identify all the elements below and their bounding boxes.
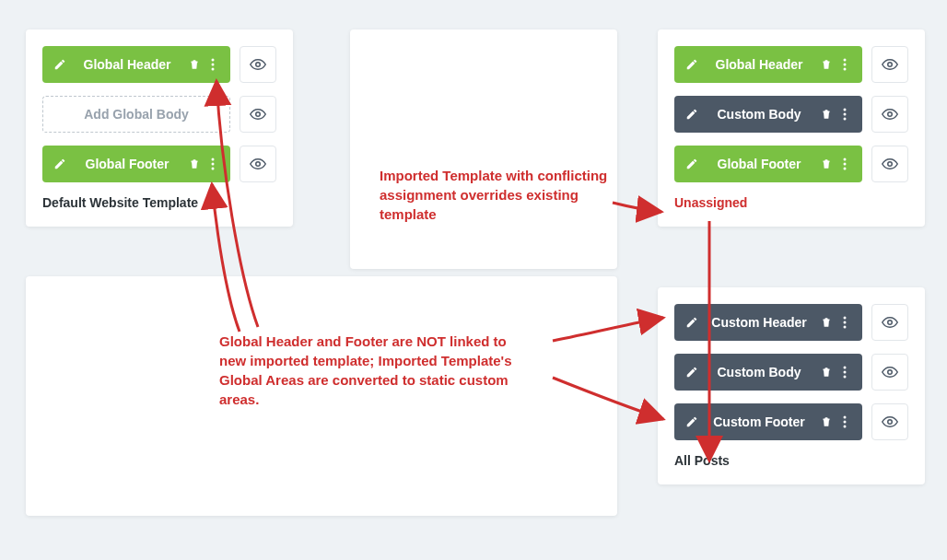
dots-icon[interactable] xyxy=(205,158,221,170)
template-row: Global Header xyxy=(674,46,908,83)
pill-label: Global Header xyxy=(700,57,818,72)
svg-point-17 xyxy=(844,158,847,161)
custom-header-pill[interactable]: Custom Header xyxy=(674,304,862,341)
visibility-toggle[interactable] xyxy=(871,146,908,182)
svg-point-9 xyxy=(844,59,847,62)
trash-icon[interactable] xyxy=(818,366,835,379)
pencil-icon xyxy=(52,158,68,170)
svg-point-5 xyxy=(212,158,215,161)
svg-point-0 xyxy=(212,59,215,62)
svg-point-29 xyxy=(844,416,847,419)
global-footer-pill[interactable]: Global Footer xyxy=(674,146,862,182)
pill-label: Custom Header xyxy=(700,315,818,330)
svg-point-16 xyxy=(888,112,893,117)
svg-point-27 xyxy=(844,376,847,379)
svg-point-31 xyxy=(844,426,847,428)
svg-point-1 xyxy=(212,64,215,66)
svg-point-7 xyxy=(212,168,215,170)
svg-point-30 xyxy=(844,421,847,424)
template-title: All Posts xyxy=(674,453,908,468)
svg-point-23 xyxy=(844,326,847,329)
trash-icon[interactable] xyxy=(818,108,835,121)
template-row: Custom Header xyxy=(674,304,908,341)
add-global-body-pill[interactable]: Add Global Body xyxy=(42,96,230,133)
visibility-toggle[interactable] xyxy=(871,354,908,391)
svg-point-28 xyxy=(888,370,893,375)
visibility-toggle[interactable] xyxy=(240,146,276,182)
svg-point-18 xyxy=(844,163,847,166)
custom-footer-pill[interactable]: Custom Footer xyxy=(674,403,862,440)
visibility-toggle[interactable] xyxy=(240,46,276,83)
svg-point-11 xyxy=(844,68,847,71)
pencil-icon xyxy=(684,316,700,329)
empty-template-card xyxy=(350,29,617,269)
global-footer-pill[interactable]: Global Footer xyxy=(42,146,230,182)
template-title: Unassigned xyxy=(674,195,908,210)
pill-label: Custom Body xyxy=(700,107,818,122)
svg-point-25 xyxy=(844,367,847,369)
trash-icon[interactable] xyxy=(818,58,835,71)
template-card-default: Global Header Add Global Body Global Foo… xyxy=(26,29,293,227)
svg-point-3 xyxy=(256,63,261,67)
svg-point-24 xyxy=(888,321,893,325)
pill-label: Global Footer xyxy=(68,157,186,171)
visibility-toggle[interactable] xyxy=(871,96,908,133)
dots-icon[interactable] xyxy=(836,58,853,71)
trash-icon[interactable] xyxy=(186,58,203,71)
template-row: Global Header xyxy=(42,46,276,83)
template-row: Custom Body xyxy=(674,96,908,133)
svg-point-14 xyxy=(844,113,847,116)
visibility-toggle[interactable] xyxy=(871,46,908,83)
template-row: Custom Body xyxy=(674,354,908,391)
custom-body-pill[interactable]: Custom Body xyxy=(674,96,862,133)
template-row: Global Footer xyxy=(42,146,276,182)
svg-point-26 xyxy=(844,371,847,374)
svg-point-19 xyxy=(844,168,847,170)
pill-label: Custom Body xyxy=(700,365,818,379)
svg-point-12 xyxy=(888,63,893,67)
trash-icon[interactable] xyxy=(818,316,835,329)
pencil-icon xyxy=(684,58,700,71)
svg-point-8 xyxy=(256,162,261,167)
pencil-icon xyxy=(684,158,700,170)
pill-label: Custom Footer xyxy=(700,414,818,429)
template-card-unassigned: Global Header Custom Body Global Footer xyxy=(658,29,925,227)
pencil-icon xyxy=(684,415,700,428)
visibility-toggle[interactable] xyxy=(240,96,276,133)
visibility-toggle[interactable] xyxy=(871,403,908,440)
svg-point-22 xyxy=(844,321,847,324)
dots-icon[interactable] xyxy=(836,316,853,329)
global-header-pill[interactable]: Global Header xyxy=(42,46,230,83)
dots-icon[interactable] xyxy=(205,58,221,71)
svg-point-10 xyxy=(844,64,847,66)
dots-icon[interactable] xyxy=(836,158,853,170)
svg-point-15 xyxy=(844,118,847,121)
pencil-icon xyxy=(684,108,700,121)
template-row: Custom Footer xyxy=(674,403,908,440)
pencil-icon xyxy=(684,366,700,379)
pencil-icon xyxy=(52,58,68,71)
dots-icon[interactable] xyxy=(836,415,853,428)
dots-icon[interactable] xyxy=(836,366,853,379)
svg-point-6 xyxy=(212,163,215,166)
pill-label: Add Global Body xyxy=(53,107,220,122)
trash-icon[interactable] xyxy=(186,158,203,170)
pill-label: Global Footer xyxy=(700,157,818,171)
trash-icon[interactable] xyxy=(818,158,835,170)
template-row: Add Global Body xyxy=(42,96,276,133)
template-card-allposts: Custom Header Custom Body Custom Footer xyxy=(658,287,925,484)
dots-icon[interactable] xyxy=(836,108,853,121)
template-title: Default Website Template xyxy=(42,195,276,210)
visibility-toggle[interactable] xyxy=(871,304,908,341)
svg-point-21 xyxy=(844,317,847,320)
trash-icon[interactable] xyxy=(818,415,835,428)
template-row: Global Footer xyxy=(674,146,908,182)
global-header-pill[interactable]: Global Header xyxy=(674,46,862,83)
svg-point-13 xyxy=(844,109,847,111)
svg-point-20 xyxy=(888,162,893,167)
svg-point-32 xyxy=(888,420,893,425)
svg-point-2 xyxy=(212,68,215,71)
annotation-text: Imported Template with conflicting assig… xyxy=(380,166,614,224)
annotation-text: Global Header and Footer are NOT linked … xyxy=(219,332,523,409)
custom-body-pill[interactable]: Custom Body xyxy=(674,354,862,391)
